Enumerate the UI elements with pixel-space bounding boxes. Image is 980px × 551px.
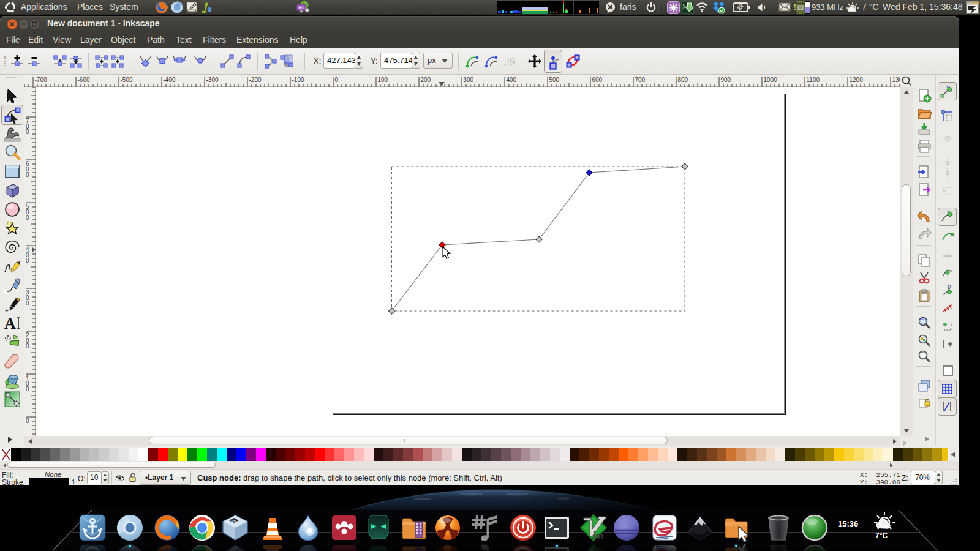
svg-text:0: 0 (26, 257, 29, 264)
svg-text:400: 400 (507, 77, 517, 83)
svg-text:0: 0 (26, 129, 29, 135)
svg-text:-100: -100 (292, 77, 304, 83)
svg-text:0: 0 (26, 214, 29, 221)
svg-text:700: 700 (635, 77, 646, 83)
svg-text:im: im (592, 530, 603, 541)
svg-text:300: 300 (464, 77, 474, 83)
svg-text:600: 600 (592, 77, 603, 83)
svg-text:0: 0 (26, 386, 29, 392)
svg-text:200: 200 (421, 77, 431, 83)
svg-text:0: 0 (26, 418, 29, 424)
svg-text:-200: -200 (249, 77, 262, 83)
svg-text:0: 0 (26, 343, 29, 350)
svg-text:-300: -300 (206, 77, 219, 83)
svg-text:0: 0 (26, 171, 29, 178)
svg-text:800: 800 (678, 77, 688, 83)
svg-text:-500: -500 (121, 77, 133, 83)
svg-text:-400: -400 (164, 77, 176, 83)
svg-text:500: 500 (549, 77, 560, 83)
svg-text:1100: 1100 (807, 77, 820, 83)
svg-text:-600: -600 (78, 77, 90, 83)
svg-text:100: 100 (378, 77, 388, 83)
svg-text:0: 0 (335, 77, 339, 83)
svg-text:-700: -700 (35, 77, 47, 83)
svg-text:1300: 1300 (892, 77, 901, 83)
svg-text:900: 900 (721, 77, 731, 83)
svg-text:A: A (4, 315, 16, 332)
svg-text:1000: 1000 (764, 77, 778, 83)
svg-text:im: im (592, 544, 603, 551)
svg-text:0: 0 (26, 300, 29, 307)
svg-text:VB: VB (231, 519, 236, 523)
svg-text:1200: 1200 (850, 77, 864, 83)
